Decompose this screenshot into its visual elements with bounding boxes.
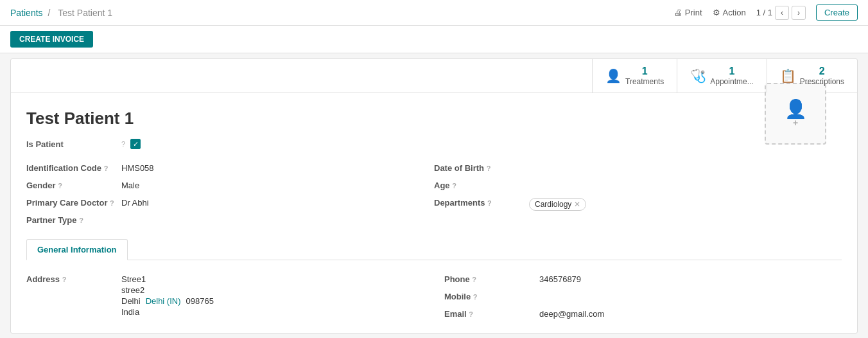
mobile-row: Mobile ? (444, 288, 842, 305)
treatments-count: 1 (625, 66, 664, 77)
address-row: Address ? Stree1 stree2 Delhi Delhi (IN)… (26, 271, 424, 321)
treatments-icon: 👤 (605, 68, 621, 84)
dob-row: Date of Birth ? (434, 159, 842, 177)
address-zip: 098765 (186, 296, 214, 306)
phone-label: Phone ? (444, 274, 534, 284)
appointments-count: 1 (710, 66, 753, 77)
partner-type-label: Partner Type ? (26, 215, 116, 225)
treatments-smart-button[interactable]: 👤 1 Treatments (592, 59, 677, 93)
address-label: Address ? (26, 274, 116, 284)
address-state: Delhi (IN) (146, 296, 181, 306)
department-tag-value: Cardiology (535, 200, 571, 209)
departments-label: Departments ? (434, 198, 524, 208)
prescriptions-icon: 📋 (780, 68, 796, 84)
next-page-button[interactable]: › (792, 6, 806, 20)
fields-left: Identification Code ? HMS058 Gender ? Ma… (26, 159, 434, 229)
top-right-actions: 🖨 Print ⚙ Action 1 / 1 ‹ › Create (674, 4, 858, 21)
address-line1: Stree1 (121, 274, 214, 284)
prescriptions-label: Prescriptions (800, 77, 844, 86)
partner-type-help: ? (79, 217, 83, 224)
address-city: Delhi (121, 296, 141, 306)
gender-row: Gender ? Male (26, 177, 434, 194)
identification-code-value: HMS058 (121, 163, 154, 173)
doctor-help: ? (110, 199, 114, 207)
print-button[interactable]: 🖨 Print (674, 8, 702, 17)
mobile-label: Mobile ? (444, 292, 534, 301)
action-bar: CREATE INVOICE (0, 26, 868, 53)
print-icon: 🖨 (674, 8, 682, 17)
gender-help: ? (58, 182, 62, 190)
tab-general-information[interactable]: General Information (26, 239, 128, 260)
phone-value: 346576879 (539, 274, 581, 284)
is-patient-checkbox[interactable]: ✓ (130, 139, 141, 149)
fields-right: Date of Birth ? Age ? Departments ? Card… (434, 159, 842, 229)
breadcrumb-current: Test Patient 1 (58, 8, 112, 18)
email-help: ? (469, 310, 473, 318)
main-content: 👤 1 Treatments 🩺 1 Appointme... 📋 2 Pres… (0, 58, 868, 338)
top-bar: Patients / Test Patient 1 🖨 Print ⚙ Acti… (0, 0, 868, 26)
primary-care-doctor-row: Primary Care Doctor ? Dr Abhi (26, 194, 434, 211)
is-patient-help: ? (121, 140, 125, 148)
tabs: General Information (26, 239, 842, 260)
gender-value: Male (121, 181, 139, 190)
pagination-text: 1 / 1 (756, 8, 772, 17)
is-patient-row: Is Patient ? ✓ (26, 139, 765, 149)
print-label: Print (685, 8, 702, 17)
create-button[interactable]: Create (816, 4, 858, 21)
address-city-row: Delhi Delhi (IN) 098765 (121, 296, 214, 306)
address-lines: Stree1 stree2 Delhi Delhi (IN) 098765 In… (121, 274, 214, 317)
department-tag-remove[interactable]: ✕ (574, 200, 580, 209)
age-help: ? (452, 182, 456, 190)
smart-buttons-row: 👤 1 Treatments 🩺 1 Appointme... 📋 2 Pres… (11, 59, 857, 93)
age-row: Age ? (434, 177, 842, 194)
contact-right: Phone ? 346576879 Mobile ? Email ? deep@… (444, 271, 842, 323)
address-left: Address ? Stree1 stree2 Delhi Delhi (IN)… (26, 271, 424, 323)
gear-icon: ⚙ (713, 8, 720, 17)
partner-type-row: Partner Type ? (26, 211, 434, 229)
appointments-icon: 🩺 (690, 68, 706, 84)
phone-help: ? (472, 276, 476, 283)
departments-row: Departments ? Cardiology ✕ (434, 194, 842, 215)
appointments-label: Appointme... (710, 77, 753, 86)
departments-help: ? (487, 199, 492, 207)
gender-label: Gender ? (26, 181, 116, 190)
address-grid: Address ? Stree1 stree2 Delhi Delhi (IN)… (26, 271, 842, 323)
breadcrumb-separator: / (48, 8, 50, 18)
address-country: India (121, 307, 214, 317)
action-button[interactable]: ⚙ Action (713, 8, 746, 17)
appointments-smart-button[interactable]: 🩺 1 Appointme... (677, 59, 766, 93)
dob-label: Date of Birth ? (434, 163, 524, 173)
identification-code-row: Identification Code ? HMS058 (26, 159, 434, 177)
treatments-label: Treatments (625, 77, 664, 86)
dob-help: ? (487, 165, 491, 172)
breadcrumb: Patients / Test Patient 1 (10, 8, 115, 18)
prev-page-button[interactable]: ‹ (775, 6, 789, 20)
is-patient-label: Is Patient (26, 139, 116, 149)
patient-form: 👤 + Test Patient 1 Is Patient ? ✓ Identi… (11, 93, 857, 260)
prescriptions-count: 2 (800, 66, 844, 77)
general-information-section: Address ? Stree1 stree2 Delhi Delhi (IN)… (11, 260, 857, 333)
action-label: Action (723, 8, 746, 17)
mobile-help: ? (473, 293, 478, 301)
email-label: Email ? (444, 309, 534, 319)
primary-care-doctor-label: Primary Care Doctor ? (26, 198, 116, 208)
patient-name: Test Patient 1 (26, 109, 842, 129)
identification-code-label: Identification Code ? (26, 163, 116, 173)
primary-care-doctor-value: Dr Abhi (121, 198, 149, 208)
age-label: Age ? (434, 181, 524, 190)
email-value: deep@gmail.com (539, 309, 604, 319)
email-row: Email ? deep@gmail.com (444, 305, 842, 323)
address-help: ? (62, 276, 67, 283)
prescriptions-smart-button[interactable]: 📋 2 Prescriptions (767, 59, 857, 93)
pagination: 1 / 1 ‹ › (756, 6, 806, 20)
phone-row: Phone ? 346576879 (444, 271, 842, 288)
create-invoice-button[interactable]: CREATE INVOICE (10, 31, 93, 48)
address-line2: stree2 (121, 285, 214, 295)
patient-card: 👤 1 Treatments 🩺 1 Appointme... 📋 2 Pres… (10, 58, 858, 334)
fields-grid: Identification Code ? HMS058 Gender ? Ma… (26, 159, 842, 229)
department-tag[interactable]: Cardiology ✕ (529, 198, 586, 211)
id-code-help: ? (104, 165, 108, 172)
breadcrumb-parent[interactable]: Patients (10, 8, 43, 18)
